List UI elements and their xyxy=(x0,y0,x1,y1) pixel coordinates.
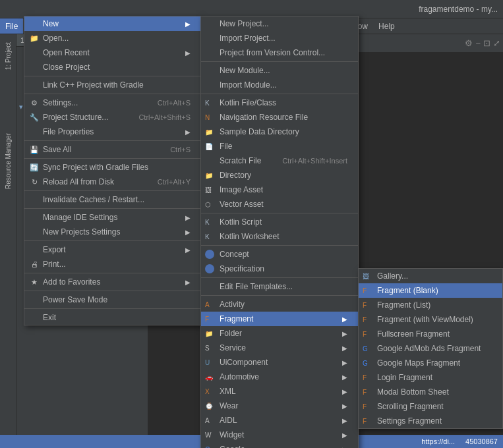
nav-icon: N xyxy=(205,114,210,121)
fragment-blank-item[interactable]: F Fragment (Blank) xyxy=(359,283,502,298)
menu-item-label: Specification xyxy=(220,264,264,273)
menu-item-label: Link C++ Project with Gradle xyxy=(43,80,144,90)
menu-item-reload-disk[interactable]: ↻ Reload All from Disk Ctrl+Alt+Y xyxy=(24,175,201,189)
menu-item-save-all[interactable]: 💾 Save All Ctrl+S xyxy=(24,142,201,157)
menu-item-project-structure[interactable]: 🔧 Project Structure... Ctrl+Alt+Shift+S xyxy=(24,110,201,125)
xml-item[interactable]: X XML ▶ xyxy=(201,384,358,399)
print-icon: 🖨 xyxy=(28,260,40,268)
image-asset-item[interactable]: 🖼 Image Asset xyxy=(201,182,358,197)
separator xyxy=(24,291,201,291)
kotlin-script-item[interactable]: K Kotlin Script xyxy=(201,215,358,229)
maps-fragment-item[interactable]: G Google Maps Fragment xyxy=(359,356,502,370)
sample-data-item[interactable]: 📁 Sample Data Directory xyxy=(201,125,358,139)
menu-item-label: Kotlin Worksheet xyxy=(220,232,280,241)
vector-asset-item[interactable]: ⬡ Vector Asset xyxy=(201,197,358,211)
file-item[interactable]: 📄 File xyxy=(201,139,358,154)
scrolling-fragment-item[interactable]: F Scrolling Fragment xyxy=(359,399,502,414)
kotlin-file-class-item[interactable]: K Kotlin File/Class xyxy=(201,96,358,110)
menu-item-label: Fragment (Blank) xyxy=(377,286,438,295)
menu-item-new-projects-settings[interactable]: New Projects Settings ▶ xyxy=(24,225,201,239)
split-button[interactable]: ⊡ xyxy=(483,38,490,48)
menu-item-label: Modal Bottom Sheet xyxy=(377,387,449,397)
automotive-item[interactable]: 🚗 Automotive ▶ xyxy=(201,370,358,384)
submenu-arrow: ▶ xyxy=(185,49,191,57)
login-fragment-item[interactable]: F Login Fragment xyxy=(359,370,502,385)
file-menu-dropdown: New ▶ 📁 Open... Open Recent ▶ Close Proj… xyxy=(24,16,202,325)
fragment-viewmodel-item[interactable]: F Fragment (with ViewModel) xyxy=(359,312,502,327)
scratch-file-item[interactable]: Scratch File Ctrl+Alt+Shift+Insert xyxy=(201,154,358,168)
modal-bottom-sheet-item[interactable]: F Modal Bottom Sheet xyxy=(359,385,502,399)
menu-item-export[interactable]: Export ▶ xyxy=(24,242,201,257)
project-panel-tab[interactable]: 1: Project xyxy=(3,37,13,75)
widget-item[interactable]: W Widget ▶ xyxy=(201,428,358,442)
menu-item-settings[interactable]: ⚙ Settings... Ctrl+Alt+S xyxy=(24,96,201,110)
activity-item[interactable]: A Activity xyxy=(201,297,358,312)
menu-item-label: Kotlin Script xyxy=(220,217,262,227)
nav-resource-item[interactable]: N Navigation Resource File xyxy=(201,110,358,125)
menu-item-power-save[interactable]: Power Save Mode xyxy=(24,293,201,307)
project-from-vcs-item[interactable]: Project from Version Control... xyxy=(201,45,358,60)
directory-item[interactable]: 📁 Directory xyxy=(201,168,358,182)
menu-item-open-recent[interactable]: Open Recent ▶ xyxy=(24,45,201,60)
menu-item-sync-gradle[interactable]: 🔄 Sync Project with Gradle Files xyxy=(24,160,201,175)
menu-item-open[interactable]: 📁 Open... xyxy=(24,31,201,45)
concept-item[interactable]: Concept xyxy=(201,247,358,262)
separator xyxy=(24,208,201,209)
menu-item-exit[interactable]: Exit xyxy=(24,310,201,325)
menu-item-label: Edit File Templates... xyxy=(220,282,293,291)
menu-item-print[interactable]: 🖨 Print... xyxy=(24,257,201,271)
menu-item-label: Navigation Resource File xyxy=(220,113,308,122)
menu-item-label: Directory xyxy=(220,171,251,180)
menu-item-link-cpp[interactable]: Link C++ Project with Gradle xyxy=(24,78,201,92)
menu-item-manage-ide[interactable]: Manage IDE Settings ▶ xyxy=(24,210,201,225)
menu-item-new[interactable]: New ▶ xyxy=(24,16,201,31)
resource-manager-tab[interactable]: Resource Manager xyxy=(3,128,13,194)
menu-item-label: New Projects Settings xyxy=(43,227,120,237)
menu-item-label: Sync Project with Gradle Files xyxy=(43,163,148,172)
new-module-item[interactable]: New Module... xyxy=(201,63,358,78)
menu-item-label: Widget xyxy=(220,430,244,439)
minimize-button[interactable]: − xyxy=(475,38,481,48)
shortcut-label: Ctrl+Alt+Shift+Insert xyxy=(282,157,347,165)
fullscreen-icon: F xyxy=(363,331,367,338)
uicomponent-item[interactable]: U UiComponent ▶ xyxy=(201,355,358,370)
gear-button[interactable]: ⚙ xyxy=(465,38,473,48)
service-item[interactable]: S Service ▶ xyxy=(201,341,358,355)
menu-item-label: UiComponent xyxy=(220,358,268,367)
settings-fragment-item[interactable]: F Settings Fragment xyxy=(359,414,502,428)
menu-item-file-properties[interactable]: File Properties ▶ xyxy=(24,125,201,139)
menu-item-label: Fragment xyxy=(220,314,253,323)
import-module-item[interactable]: Import Module... xyxy=(201,78,358,92)
import-project-item[interactable]: Import Project... xyxy=(201,31,358,45)
google-item[interactable]: G Google ▶ xyxy=(201,442,358,448)
favorites-icon: ★ xyxy=(28,278,40,287)
separator xyxy=(201,213,358,213)
aidl-item[interactable]: A AIDL ▶ xyxy=(201,413,358,428)
menu-item-add-favorites[interactable]: ★ Add to Favorites ▶ xyxy=(24,275,201,289)
separator xyxy=(201,94,358,94)
fragment-list-item[interactable]: F Fragment (List) xyxy=(359,298,502,312)
submenu-arrow: ▶ xyxy=(342,417,347,424)
kotlin-worksheet-item[interactable]: K Kotlin Worksheet xyxy=(201,229,358,244)
wear-item[interactable]: ⌚ Wear ▶ xyxy=(201,399,358,413)
new-project-item[interactable]: New Project... xyxy=(201,16,358,31)
menu-item-label: Service xyxy=(220,343,246,352)
menu-help[interactable]: Help xyxy=(373,18,400,34)
gallery-item[interactable]: 🖼 Gallery... xyxy=(359,269,502,283)
menu-item-invalidate-caches[interactable]: Invalidate Caches / Restart... xyxy=(24,192,201,207)
menu-item-close-project[interactable]: Close Project xyxy=(24,60,201,74)
menu-item-label: Fragment (List) xyxy=(377,300,430,310)
fullscreen-fragment-item[interactable]: F Fullscreen Fragment xyxy=(359,327,502,341)
expand-button[interactable]: ⤢ xyxy=(493,38,500,48)
specification-item[interactable]: Specification xyxy=(201,262,358,276)
menu-item-label: Save All xyxy=(43,145,71,154)
admob-fragment-item[interactable]: G Google AdMob Ads Fragment xyxy=(359,341,502,356)
menu-item-label: Project Structure... xyxy=(43,113,108,122)
menu-file[interactable]: File xyxy=(0,18,23,34)
fragment-item[interactable]: F Fragment ▶ xyxy=(201,312,358,326)
edit-file-templates-item[interactable]: Edit File Templates... xyxy=(201,279,358,294)
menu-item-label: Exit xyxy=(43,313,56,322)
kw-icon: K xyxy=(205,233,210,240)
bottom-bar-right: https://di... 45030867 xyxy=(421,437,498,445)
folder-item[interactable]: 📁 Folder ▶ xyxy=(201,326,358,341)
